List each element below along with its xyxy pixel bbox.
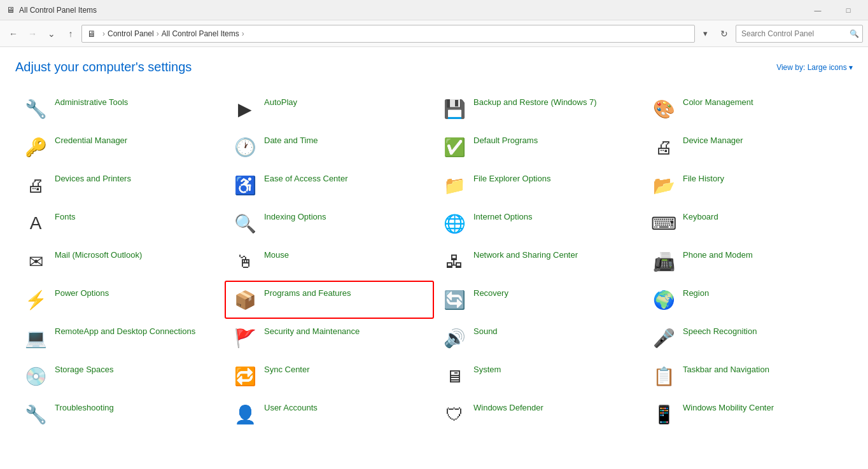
label-sync-center: Sync Center xyxy=(264,363,310,375)
label-ease-access: Ease of Access Center xyxy=(264,172,348,185)
breadcrumb-icon: 🖥 xyxy=(87,29,96,39)
label-indexing: Indexing Options xyxy=(264,211,326,223)
item-sec-maintenance[interactable]: 🚩Security and Maintenance xyxy=(225,319,434,357)
icon-default-programs: ✅ xyxy=(442,134,467,160)
item-file-history[interactable]: 📂File History xyxy=(643,166,853,204)
label-troubleshoot: Troubleshooting xyxy=(55,402,114,414)
item-devices-printers[interactable]: 🖨Devices and Printers xyxy=(15,166,225,204)
item-windows-mobility[interactable]: 📱Windows Mobility Center xyxy=(643,395,853,433)
item-user-accounts[interactable]: 👤User Accounts xyxy=(225,395,434,433)
icon-devices-printers: 🖨 xyxy=(23,172,48,198)
item-autoplay[interactable]: ▶AutoPlay xyxy=(225,90,434,128)
item-recovery[interactable]: 🔄Recovery xyxy=(434,281,643,319)
item-sync-center[interactable]: 🔁Sync Center xyxy=(225,357,434,395)
item-default-programs[interactable]: ✅Default Programs xyxy=(434,128,643,166)
label-color-mgmt: Color Management xyxy=(683,96,753,108)
address-bar: ← → ⌄ ↑ 🖥 › Control Panel › All Control … xyxy=(0,20,868,47)
icon-admin-tools: 🔧 xyxy=(23,96,48,122)
minimize-button[interactable]: — xyxy=(803,1,832,19)
item-internet-opts[interactable]: 🌐Internet Options xyxy=(434,204,643,242)
breadcrumb-all-items[interactable]: All Control Panel Items xyxy=(162,29,239,38)
label-keyboard: Keyboard xyxy=(683,211,718,223)
refresh-button[interactable]: ↻ xyxy=(715,25,733,43)
icon-user-accounts: 👤 xyxy=(232,402,258,427)
icon-region: 🌍 xyxy=(651,287,676,312)
item-region[interactable]: 🌍Region xyxy=(643,281,853,319)
item-credential-mgr[interactable]: 🔑Credential Manager xyxy=(15,128,225,166)
label-file-history: File History xyxy=(683,172,724,185)
items-grid: 🔧Administrative Tools▶AutoPlay💾Backup an… xyxy=(15,90,853,433)
label-credential-mgr: Credential Manager xyxy=(55,134,127,146)
label-mouse: Mouse xyxy=(264,249,289,261)
icon-fonts: A xyxy=(23,211,48,236)
icon-backup-restore: 💾 xyxy=(442,96,467,122)
label-recovery: Recovery xyxy=(473,287,508,299)
icon-speech-recog: 🎤 xyxy=(651,325,676,351)
icon-power-opts: ⚡ xyxy=(23,287,48,312)
item-backup-restore[interactable]: 💾Backup and Restore (Windows 7) xyxy=(434,90,643,128)
item-network-sharing[interactable]: 🖧Network and Sharing Center xyxy=(434,242,643,281)
item-date-time[interactable]: 🕐Date and Time xyxy=(225,128,434,166)
label-sec-maintenance: Security and Maintenance xyxy=(264,325,360,337)
icon-sec-maintenance: 🚩 xyxy=(232,325,258,351)
icon-mail: ✉ xyxy=(23,249,48,274)
search-wrapper: 🔍 xyxy=(736,25,863,43)
icon-system: 🖥 xyxy=(442,363,467,389)
item-power-opts[interactable]: ⚡Power Options xyxy=(15,281,225,319)
item-sound[interactable]: 🔊Sound xyxy=(434,319,643,357)
item-windows-defender[interactable]: 🛡Windows Defender xyxy=(434,395,643,433)
item-speech-recog[interactable]: 🎤Speech Recognition xyxy=(643,319,853,357)
item-ease-access[interactable]: ♿Ease of Access Center xyxy=(225,166,434,204)
label-network-sharing: Network and Sharing Center xyxy=(473,249,578,261)
label-fonts: Fonts xyxy=(55,211,76,223)
label-backup-restore: Backup and Restore (Windows 7) xyxy=(473,96,597,108)
label-default-programs: Default Programs xyxy=(473,134,538,146)
icon-programs-features: 📦 xyxy=(232,287,258,312)
address-box[interactable]: 🖥 › Control Panel › All Control Panel It… xyxy=(81,25,695,43)
title-bar-icon: 🖥 xyxy=(5,5,15,15)
item-storage-spaces[interactable]: 💿Storage Spaces xyxy=(15,357,225,395)
item-indexing[interactable]: 🔍Indexing Options xyxy=(225,204,434,242)
breadcrumb-control-panel[interactable]: Control Panel xyxy=(108,29,154,38)
icon-autoplay: ▶ xyxy=(232,96,258,122)
up-button[interactable]: ↑ xyxy=(62,25,79,42)
label-remoteapp: RemoteApp and Desktop Connections xyxy=(55,325,195,337)
maximize-button[interactable]: □ xyxy=(834,1,863,19)
label-sound: Sound xyxy=(473,325,498,337)
search-input[interactable] xyxy=(736,25,863,43)
item-troubleshoot[interactable]: 🔧Troubleshooting xyxy=(15,395,225,433)
item-remoteapp[interactable]: 💻RemoteApp and Desktop Connections xyxy=(15,319,225,357)
item-color-mgmt[interactable]: 🎨Color Management xyxy=(643,90,853,128)
item-taskbar-nav[interactable]: 📋Taskbar and Navigation xyxy=(643,357,853,395)
item-system[interactable]: 🖥System xyxy=(434,357,643,395)
icon-ease-access: ♿ xyxy=(232,172,258,198)
icon-file-explorer: 📁 xyxy=(442,172,467,198)
item-file-explorer[interactable]: 📁File Explorer Options xyxy=(434,166,643,204)
label-devices-printers: Devices and Printers xyxy=(55,172,131,185)
label-date-time: Date and Time xyxy=(264,134,318,146)
item-mouse[interactable]: 🖱Mouse xyxy=(225,242,434,281)
icon-mouse: 🖱 xyxy=(232,249,258,274)
view-by-control[interactable]: View by: Large icons ▾ xyxy=(776,63,853,72)
title-bar-text: All Control Panel Items xyxy=(19,6,803,15)
item-phone-modem[interactable]: 📠Phone and Modem xyxy=(643,242,853,281)
forward-button[interactable]: → xyxy=(24,25,41,42)
dropdown-button[interactable]: ⌄ xyxy=(43,25,60,42)
icon-windows-mobility: 📱 xyxy=(651,402,676,427)
item-device-mgr[interactable]: 🖨Device Manager xyxy=(643,128,853,166)
address-dropdown-button[interactable]: ▾ xyxy=(697,25,713,43)
item-keyboard[interactable]: ⌨Keyboard xyxy=(643,204,853,242)
icon-keyboard: ⌨ xyxy=(651,211,676,236)
label-phone-modem: Phone and Modem xyxy=(683,249,753,261)
item-fonts[interactable]: AFonts xyxy=(15,204,225,242)
icon-remoteapp: 💻 xyxy=(23,325,48,351)
item-admin-tools[interactable]: 🔧Administrative Tools xyxy=(15,90,225,128)
icon-windows-defender: 🛡 xyxy=(442,402,467,427)
icon-taskbar-nav: 📋 xyxy=(651,363,676,389)
title-bar: 🖥 All Control Panel Items — □ xyxy=(0,0,868,20)
label-admin-tools: Administrative Tools xyxy=(55,96,128,108)
back-button[interactable]: ← xyxy=(5,25,22,42)
item-programs-features[interactable]: 📦Programs and Features xyxy=(225,281,434,319)
item-mail[interactable]: ✉Mail (Microsoft Outlook) xyxy=(15,242,225,281)
content-header: Adjust your computer's settings View by:… xyxy=(15,60,853,74)
